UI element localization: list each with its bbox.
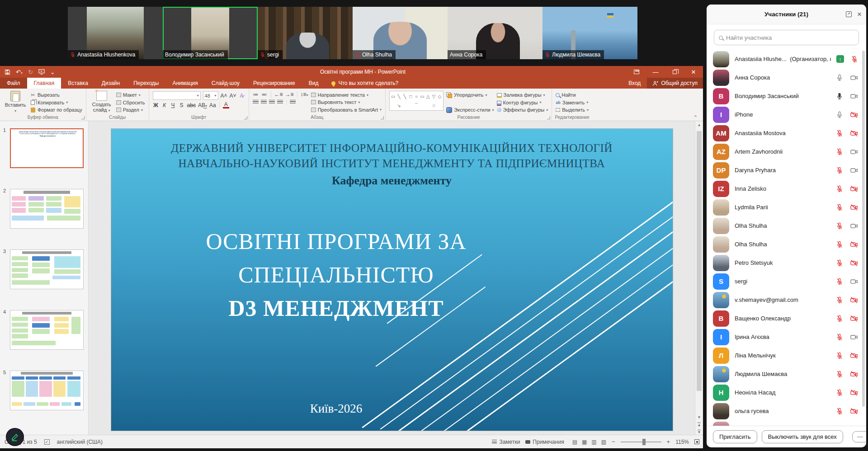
participant-row[interactable]: Anastasiia Hlushe... (Организатор, я)↑ bbox=[707, 50, 866, 68]
customize-qat-icon[interactable]: ⌄ bbox=[50, 69, 55, 75]
participant-row[interactable] bbox=[707, 420, 866, 426]
video-tile[interactable]: Людмила Шемаєва bbox=[542, 7, 637, 59]
dialog-launcher-icon[interactable] bbox=[381, 116, 384, 119]
scroll-up-icon[interactable]: ▲ bbox=[695, 123, 703, 127]
section-button[interactable]: Раздел▾ bbox=[116, 106, 145, 113]
start-slideshow-icon[interactable] bbox=[38, 69, 45, 75]
zoom-out-icon[interactable]: − bbox=[612, 438, 615, 445]
tab-Дизайн[interactable]: Дизайн bbox=[95, 78, 127, 89]
participant-row[interactable]: Ssergi bbox=[707, 272, 866, 291]
participant-row[interactable]: Olha Shulha bbox=[707, 216, 866, 235]
close-panel-icon[interactable]: × bbox=[857, 10, 862, 18]
participant-row[interactable]: v.shemayev@gmail.com bbox=[707, 291, 866, 309]
popout-icon[interactable]: ↗ bbox=[846, 11, 852, 17]
notes-button[interactable]: Заметки bbox=[492, 439, 520, 445]
decrease-indent-button[interactable]: ←≡ bbox=[274, 91, 283, 98]
tab-Слайд-шоу[interactable]: Слайд-шоу bbox=[205, 78, 246, 89]
align-center-icon[interactable] bbox=[261, 100, 267, 104]
change-case-button[interactable]: Аа bbox=[209, 102, 216, 108]
character-spacing-button[interactable]: АВ̲▾ bbox=[198, 102, 207, 108]
shrink-font-button[interactable]: А˅ bbox=[230, 93, 236, 99]
language-status[interactable]: английский (США) bbox=[57, 439, 103, 445]
shape-outline-button[interactable]: Контур фигуры▾ bbox=[497, 99, 548, 106]
shapes-gallery[interactable]: ▭╲╲□○▭ △▽◇↘⌒☆ bbox=[389, 91, 443, 111]
next-slide-button[interactable]: ▼ bbox=[698, 430, 701, 434]
scrollbar-thumb[interactable] bbox=[697, 131, 702, 391]
participant-row[interactable]: Анна Сорока bbox=[707, 68, 866, 87]
slide-thumbnail-5[interactable] bbox=[10, 371, 84, 410]
participant-row[interactable]: ЛЛіна Мельнічук bbox=[707, 346, 866, 365]
invite-button[interactable]: Пригласить bbox=[713, 430, 757, 443]
video-tile[interactable]: Володимир Засанський bbox=[163, 7, 258, 59]
collapse-ribbon-icon[interactable]: ^ bbox=[694, 114, 697, 120]
slide-thumbnail-1[interactable]: ДЕРЖАВНИЙ УНІВЕРСИТЕТ ІНФОРМАЦІЙНО-КОМУН… bbox=[10, 128, 84, 168]
justify-icon[interactable] bbox=[277, 100, 283, 104]
zoom-level[interactable]: 115% bbox=[675, 439, 689, 445]
scroll-down-icon[interactable]: ▼ bbox=[698, 415, 701, 419]
participant-row[interactable]: ННеоніла Насад bbox=[707, 383, 866, 402]
video-tile[interactable]: Olha Shulha bbox=[353, 7, 448, 59]
participant-row[interactable]: IiPhone bbox=[707, 105, 866, 124]
dialog-launcher-icon[interactable] bbox=[547, 116, 550, 119]
bullets-button[interactable]: ≔ bbox=[253, 91, 259, 98]
more-options-button[interactable]: ⋯ bbox=[852, 431, 866, 442]
tab-Вставка[interactable]: Вставка bbox=[61, 78, 95, 89]
convert-smartart-button[interactable]: Преобразовать в SmartArt▾ bbox=[311, 106, 382, 113]
participant-row[interactable]: ВВащенко Олександр bbox=[707, 309, 866, 328]
align-left-icon[interactable] bbox=[253, 100, 259, 104]
tab-Рецензирование[interactable]: Рецензирование bbox=[246, 78, 302, 89]
slide-sorter-view-icon[interactable]: ▦ bbox=[582, 439, 587, 445]
font-name-combo[interactable]: ▾ bbox=[153, 91, 201, 100]
paste-button[interactable]: Вставить▾ bbox=[4, 91, 27, 114]
columns-icon[interactable] bbox=[290, 100, 296, 104]
participant-search[interactable] bbox=[714, 30, 859, 45]
italic-button[interactable]: К bbox=[161, 102, 168, 108]
participant-row[interactable]: ольга гусева bbox=[707, 402, 866, 420]
select-button[interactable]: Выделить▾ bbox=[556, 106, 589, 113]
clear-formatting-button[interactable]: A̷ bbox=[239, 93, 245, 99]
font-color-button[interactable]: А bbox=[223, 102, 229, 108]
slide-canvas[interactable]: ДЕРЖАВНИЙ УНІВЕРСИТЕТ ІНФОРМАЦІЙНО-КОМУН… bbox=[111, 129, 673, 431]
share-button[interactable]: Общий доступ bbox=[647, 78, 703, 89]
participant-row[interactable]: IZInna Zelisko bbox=[707, 179, 866, 198]
shape-effects-button[interactable]: Эффекты фигуры▾ bbox=[497, 106, 548, 113]
tab-Вид[interactable]: Вид bbox=[302, 78, 326, 89]
underline-button[interactable]: Ч bbox=[170, 102, 176, 108]
participant-row[interactable]: Lydmila Parii bbox=[707, 198, 866, 216]
save-icon[interactable] bbox=[5, 69, 10, 75]
video-tile[interactable]: Anastasiia Hlushenkova bbox=[68, 7, 163, 59]
text-direction-button[interactable]: Направление текста▾ bbox=[311, 91, 382, 99]
dialog-launcher-icon[interactable] bbox=[81, 116, 85, 119]
tab-Анимация[interactable]: Анимация bbox=[165, 78, 204, 89]
participant-row[interactable]: Людмила Шемаєва bbox=[707, 365, 866, 383]
strikethrough-button[interactable]: abc bbox=[187, 102, 196, 108]
reset-button[interactable]: Сбросить bbox=[116, 99, 145, 106]
participant-row[interactable]: Olha Shulha bbox=[707, 235, 866, 254]
participant-row[interactable]: ІІрина Агєєва bbox=[707, 328, 866, 346]
participant-row[interactable]: DPDaryna Pryhara bbox=[707, 161, 866, 179]
line-spacing-button[interactable]: ↕≡▾ bbox=[301, 91, 308, 98]
undo-icon[interactable]: ↶▾ bbox=[16, 69, 23, 75]
shadow-button[interactable]: S bbox=[179, 102, 185, 108]
annotation-pencil-button[interactable] bbox=[6, 428, 24, 446]
mute-all-button[interactable]: Выключить звук для всех bbox=[762, 430, 843, 443]
grow-font-button[interactable]: А˄ bbox=[221, 93, 227, 99]
find-button[interactable]: Найти bbox=[556, 91, 589, 99]
new-slide-button[interactable]: Создатьслайд ▾ bbox=[90, 91, 113, 114]
video-tile[interactable]: Анна Сорока bbox=[448, 7, 542, 59]
video-tile[interactable]: sergi bbox=[258, 7, 353, 59]
zoom-slider-handle[interactable] bbox=[642, 439, 646, 445]
spellcheck-icon[interactable]: ✓ bbox=[44, 439, 50, 445]
sign-in-button[interactable]: Вход bbox=[622, 78, 647, 89]
participant-row[interactable]: Petro Stetsyuk bbox=[707, 254, 866, 272]
copy-button[interactable]: Копировать▾ bbox=[30, 99, 82, 106]
previous-slide-button[interactable]: ▲ bbox=[698, 423, 701, 427]
zoom-in-icon[interactable]: + bbox=[667, 438, 670, 445]
tab-Файл[interactable]: Файл bbox=[0, 78, 27, 89]
tell-me-box[interactable]: Что вы хотите сделать? bbox=[325, 78, 405, 89]
zoom-slider[interactable] bbox=[621, 442, 661, 442]
participant-row[interactable]: AZArtem Zavhorodnii bbox=[707, 142, 866, 161]
participant-row[interactable]: ВВолодимир Засанський bbox=[707, 87, 866, 105]
quick-styles-button[interactable]: Экспресс-стили▾ bbox=[446, 106, 494, 113]
participant-row[interactable]: AMAnastasiia Mostova bbox=[707, 124, 866, 142]
